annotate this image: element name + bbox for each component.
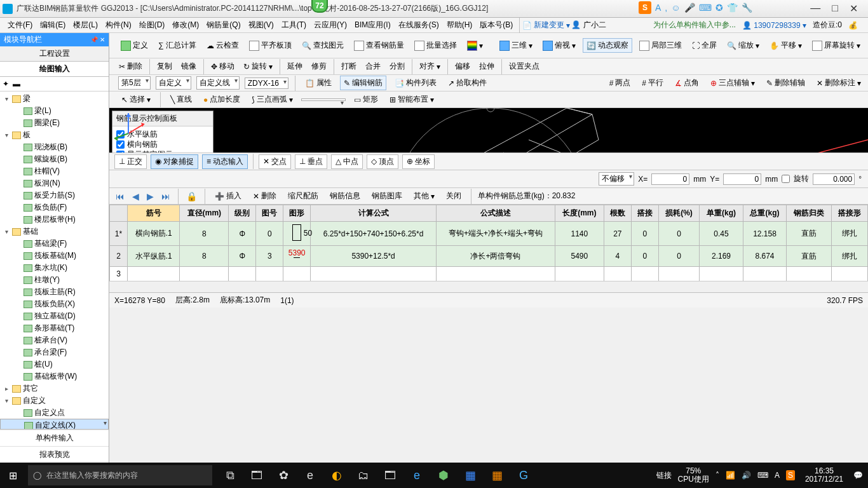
menu-item[interactable]: 钢筋量(Q)	[203, 19, 244, 30]
delete-row-button[interactable]: ✕ 删除	[250, 189, 280, 203]
app-icon-6[interactable]: ⬢	[431, 463, 456, 488]
apex-toggle[interactable]: ◇ 顶点	[367, 154, 398, 169]
lock-button[interactable]: 🔒	[185, 191, 198, 201]
copy-button[interactable]: 复制	[154, 60, 175, 73]
tree-leaf[interactable]: 板洞(N)	[0, 177, 109, 189]
tree-leaf[interactable]: 基础板带(W)	[0, 370, 109, 383]
flat-roof-button[interactable]: 平齐板顶	[246, 39, 295, 52]
tree-folder[interactable]: ▸其它	[0, 383, 109, 395]
delete-button[interactable]: ✂ 删除	[116, 60, 146, 73]
menu-item[interactable]: 编辑(E)	[36, 19, 69, 30]
dynamic-view-button[interactable]: 🔄 动态观察	[583, 38, 632, 53]
minimize-button[interactable]: —	[810, 3, 820, 15]
view-3d-button[interactable]: 三维▾	[496, 39, 536, 52]
local-3d-button[interactable]: 局部三维	[636, 39, 685, 52]
tab-project-settings[interactable]: 工程设置	[0, 46, 109, 62]
ime-skin-icon[interactable]: 👕	[727, 3, 738, 13]
report-preview-button[interactable]: 报表预览	[0, 446, 109, 463]
define-button[interactable]: 定义	[118, 39, 151, 52]
rect-tool[interactable]: ▭ 矩形	[351, 93, 381, 106]
offset-y-input[interactable]	[723, 173, 761, 185]
tree-leaf[interactable]: 板受力筋(S)	[0, 189, 109, 201]
pick-comp-button[interactable]: ↗ 拾取构件	[445, 76, 490, 90]
app-icon-2[interactable]: ✿	[271, 463, 296, 488]
link-label[interactable]: 链接	[656, 470, 672, 481]
volume-icon[interactable]: 🔊	[742, 471, 751, 480]
first-button[interactable]: ⏮	[114, 191, 126, 201]
table-row[interactable]: 3	[110, 267, 868, 281]
keyboard-icon[interactable]: ⌨	[757, 471, 768, 480]
fullscreen-button[interactable]: ⛶ 全屏	[689, 39, 720, 52]
tree-folder[interactable]: ▾梁	[0, 93, 109, 105]
rotate-button[interactable]: ↻ 旋转▾	[240, 60, 276, 73]
edit-rebar-button[interactable]: ✎ 编辑钢筋	[340, 76, 386, 90]
ime-icon[interactable]: ✪	[715, 3, 723, 13]
rebar-lib-button[interactable]: 钢筋图库	[369, 189, 405, 203]
last-button[interactable]: ⏭	[160, 191, 172, 201]
osnap-toggle[interactable]: ◉ 对象捕捉	[151, 154, 198, 169]
menu-item[interactable]: 楼层(L)	[69, 19, 102, 30]
select-tool[interactable]: ↖ 选择▾	[118, 93, 154, 106]
align-button[interactable]: 对齐▾	[416, 60, 444, 73]
tree-leaf[interactable]: 基础梁(F)	[0, 238, 109, 250]
tip-text[interactable]: 为什么单构件输入中参...	[653, 20, 736, 30]
windows-taskbar[interactable]: ⊞ ◯ 在这里输入你要搜索的内容 ⧉ 🗔 ✿ e ◐ 🗂 🗔 e ⬢ ▦ ▦ G…	[0, 463, 868, 488]
props-button[interactable]: 📋 属性	[302, 76, 335, 90]
perp-toggle[interactable]: ⊥ 垂点	[295, 154, 327, 169]
color-button[interactable]: ▾	[464, 39, 486, 52]
zoom-button[interactable]: 🔍 缩放▾	[724, 39, 763, 52]
cloud-check-button[interactable]: ☁ 云检查	[203, 39, 242, 52]
arc-option-select[interactable]	[301, 98, 346, 101]
view-rebar-button[interactable]: 查看钢筋量	[351, 39, 407, 52]
next-button[interactable]: ▶	[146, 191, 155, 201]
dyninput-toggle[interactable]: ≡ 动态输入	[202, 154, 248, 169]
tree-leaf[interactable]: 自定义点	[0, 407, 109, 419]
table-row[interactable]: 2水平纵筋.18Φ353905390+12.5*d净长+两倍弯钩54904002…	[110, 246, 868, 267]
tray-up-icon[interactable]: ˄	[715, 471, 719, 480]
other-button[interactable]: 其他▾	[410, 189, 438, 203]
app-icon-3[interactable]: ◐	[324, 463, 349, 488]
prev-button[interactable]: ◀	[131, 191, 140, 201]
notifications-icon[interactable]: 💬	[853, 471, 863, 480]
ime-icon[interactable]: ,	[665, 3, 667, 13]
tree-leaf[interactable]: 自定义线(X)	[0, 419, 109, 429]
del-mark-button[interactable]: ✕ 删除标注▾	[813, 76, 864, 90]
maximize-button[interactable]: □	[832, 3, 838, 15]
bean-icon[interactable]: 💰	[848, 21, 858, 30]
tree-leaf[interactable]: 柱墩(Y)	[0, 274, 109, 286]
single-comp-input-button[interactable]: 单构件输入	[0, 430, 109, 446]
menu-item[interactable]: 绘图(D)	[135, 19, 169, 30]
ime-keyboard-icon[interactable]: ⌨	[699, 3, 712, 13]
tree-leaf[interactable]: 柱帽(V)	[0, 165, 109, 177]
lookdown-button[interactable]: 俯视▾	[539, 39, 579, 52]
offset-button[interactable]: 偏移	[452, 60, 473, 73]
app-icon-9[interactable]: G	[511, 463, 536, 488]
insert-button[interactable]: ➕ 插入	[212, 189, 245, 203]
find-graph-button[interactable]: 🔍 查找图元	[299, 39, 347, 52]
ime-toolbar[interactable]: S A , ☺ 🎤 ⌨ ✪ 👕 🔧	[639, 1, 752, 14]
tree-leaf[interactable]: 筏板主筋(R)	[0, 286, 109, 298]
custom-select[interactable]: 自定义	[156, 76, 191, 90]
menu-item[interactable]: 构件(N)	[102, 19, 135, 30]
h-scrollbar[interactable]	[109, 281, 868, 292]
twopoint-button[interactable]: # 两点	[606, 76, 634, 90]
tree-leaf[interactable]: 集水坑(K)	[0, 262, 109, 274]
taskview-icon[interactable]: ⧉	[217, 463, 243, 488]
offset-mode-select[interactable]: 不偏移	[599, 172, 634, 186]
tree-leaf[interactable]: 楼层板带(H)	[0, 214, 109, 226]
ime-icon[interactable]: A	[655, 3, 661, 13]
menu-item[interactable]: BIM应用(I)	[351, 19, 395, 30]
app-icon-5[interactable]: 🗔	[377, 463, 403, 488]
mirror-button[interactable]: 镜像	[178, 60, 200, 73]
edge-icon[interactable]: e	[297, 463, 323, 488]
app-icon-7[interactable]: ▦	[458, 463, 483, 488]
sum-calc-button[interactable]: ∑ 汇总计算	[155, 39, 200, 52]
menu-item[interactable]: 帮助(H)	[443, 19, 477, 30]
tree-leaf[interactable]: 筏板基础(M)	[0, 250, 109, 262]
menu-item[interactable]: 在线服务(S)	[395, 19, 443, 30]
screen-rotate-button[interactable]: 屏幕旋转▾	[809, 39, 864, 52]
coord-toggle[interactable]: ⊕ 坐标	[402, 154, 435, 169]
clock[interactable]: 16:352017/12/21	[801, 467, 847, 484]
menu-item[interactable]: 修改(M)	[168, 19, 203, 30]
ie-icon[interactable]: e	[404, 463, 430, 488]
